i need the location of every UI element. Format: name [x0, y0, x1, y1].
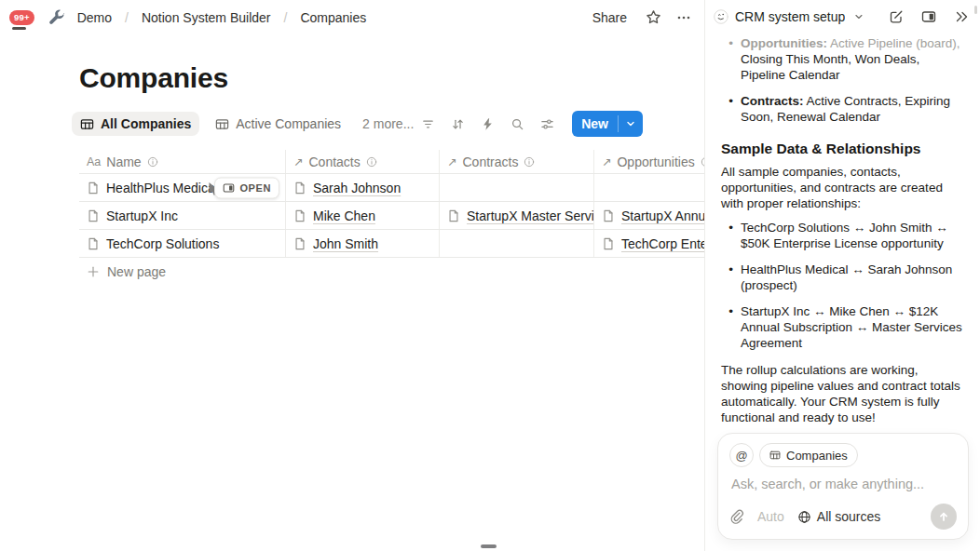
bullet-faded-text: Active Pipeline (board), [827, 36, 960, 50]
cell-opportunities[interactable]: TechCorp Enterp [594, 230, 705, 257]
table-header-row: Aa Name ↗ Contacts ↗ Contracts ↗ Opportu… [79, 150, 705, 174]
page-icon [602, 237, 615, 250]
relation-link[interactable]: TechCorp Enterp [621, 236, 705, 251]
new-button[interactable]: New [572, 111, 643, 137]
tab-active-companies[interactable]: Active Companies [207, 112, 349, 136]
cell-name[interactable]: TechCorp Solutions [79, 230, 286, 257]
relation-property-icon: ↗ [602, 155, 611, 168]
sort-icon[interactable] [451, 117, 465, 131]
view-tabs: All Companies Active Companies 2 more... [72, 112, 419, 136]
auto-mode-button[interactable]: Auto [757, 509, 784, 524]
open-row-button[interactable]: OPEN [214, 177, 279, 198]
new-page-button[interactable]: New page [79, 258, 705, 286]
cell-contacts[interactable]: Sarah Johnson [286, 174, 440, 201]
row-title: HealthPlus Medical [106, 181, 218, 195]
topbar-actions: Share [589, 8, 691, 27]
column-header-contracts[interactable]: ↗ Contracts [440, 150, 594, 173]
relationship-text: StartupX Inc ↔ Mike Chen ↔ $12K Annual S… [741, 303, 965, 351]
companies-table: Aa Name ↗ Contacts ↗ Contracts ↗ Opportu… [79, 150, 705, 286]
favorite-star-icon[interactable] [646, 9, 661, 25]
column-header-name[interactable]: Aa Name [79, 150, 286, 173]
all-sources-label: All sources [817, 509, 880, 524]
main-panel: 99+ Demo / Notion System Builder / Compa… [0, 0, 705, 551]
cell-name[interactable]: HealthPlus Medical OPEN [79, 174, 286, 201]
section-heading: Sample Data & Relationships [721, 141, 965, 156]
list-item: StartupX Inc ↔ Mike Chen ↔ $12K Annual S… [721, 303, 965, 351]
bullet-label: Opportunities: [741, 36, 827, 50]
page-icon [447, 209, 460, 222]
info-icon[interactable] [147, 156, 158, 168]
breadcrumb-item-companies[interactable]: Companies [296, 8, 370, 27]
cell-opportunities[interactable]: StartupX Annual [594, 202, 705, 229]
cell-name[interactable]: StartupX Inc [79, 202, 286, 229]
wrench-icon[interactable] [48, 8, 66, 27]
info-icon[interactable] [524, 156, 535, 168]
relation-property-icon: ↗ [447, 155, 456, 168]
new-button-chevron[interactable] [619, 111, 643, 137]
column-header-contacts[interactable]: ↗ Contacts [286, 150, 440, 173]
send-button[interactable] [931, 504, 957, 530]
side-panel-toggle-icon[interactable] [921, 9, 936, 24]
breadcrumb-item-demo[interactable]: Demo [74, 8, 116, 27]
relation-link[interactable]: StartupX Master Services [467, 208, 594, 223]
row-title: TechCorp Solutions [106, 236, 219, 251]
collapse-double-chevron-icon[interactable] [954, 9, 969, 24]
info-icon[interactable] [701, 156, 705, 168]
page-icon [87, 237, 100, 250]
mention-button[interactable]: @ [729, 443, 754, 467]
chevron-down-icon[interactable] [853, 9, 864, 24]
cell-contacts[interactable]: John Smith [286, 230, 440, 257]
chevron-down-icon [625, 118, 636, 129]
cell-opportunities[interactable] [594, 174, 705, 201]
relation-link[interactable]: Mike Chen [313, 208, 375, 223]
more-views-button[interactable]: 2 more... [357, 112, 419, 136]
tab-all-companies[interactable]: All Companies [72, 112, 199, 136]
scrollbar-thumb[interactable] [974, 6, 977, 14]
cell-contracts[interactable]: StartupX Master Services [440, 202, 594, 229]
closing-paragraph: The rollup calculations are working, sho… [721, 362, 965, 425]
cell-contracts[interactable] [440, 174, 594, 201]
info-icon[interactable] [366, 156, 377, 168]
bottom-drag-handle[interactable] [481, 544, 497, 548]
tab-label: Active Companies [236, 116, 341, 131]
column-label: Opportunities [617, 155, 694, 169]
attachment-paperclip-icon[interactable] [729, 509, 744, 524]
chat-title-dropdown[interactable]: CRM system setup instr... [735, 9, 845, 24]
bullet-marker [721, 303, 741, 351]
view-toolbar: New [421, 111, 643, 137]
page-icon [293, 209, 306, 222]
bullet-marker [721, 220, 741, 251]
filter-icon[interactable] [421, 117, 435, 131]
column-label: Contacts [308, 155, 360, 169]
more-options-icon[interactable] [676, 10, 691, 25]
arrow-up-icon [937, 510, 950, 523]
chat-context-row: @ Companies [729, 443, 957, 467]
column-header-opportunities[interactable]: ↗ Opportunities [594, 150, 705, 173]
relationship-text: TechCorp Solutions ↔ John Smith ↔ $50K E… [741, 220, 965, 251]
search-icon[interactable] [510, 117, 524, 131]
notification-badge[interactable]: 99+ [9, 10, 34, 25]
chat-input[interactable]: Ask, search, or make anything... [729, 476, 957, 495]
new-chat-compose-icon[interactable] [889, 9, 904, 24]
context-chip-label: Companies [786, 449, 848, 463]
relation-link[interactable]: StartupX Annual [621, 208, 705, 223]
context-chip-companies[interactable]: Companies [759, 443, 858, 467]
breadcrumb-item-system-builder[interactable]: Notion System Builder [138, 8, 275, 27]
title-property-icon: Aa [87, 155, 101, 168]
page-icon [87, 181, 100, 195]
open-button-label: OPEN [239, 182, 271, 194]
view-settings-icon[interactable] [540, 117, 554, 131]
relation-link[interactable]: Sarah Johnson [313, 181, 401, 195]
share-button[interactable]: Share [589, 8, 631, 27]
automation-bolt-icon[interactable] [481, 117, 495, 131]
tab-label: All Companies [101, 116, 191, 131]
all-sources-button[interactable]: All sources [797, 509, 880, 524]
page-icon [87, 209, 100, 222]
new-button-label[interactable]: New [572, 111, 618, 137]
intro-paragraph: All sample companies, contacts, opportun… [721, 164, 965, 211]
ai-response-content: Opportunities: Active Pipeline (board), … [706, 34, 980, 425]
relation-link[interactable]: John Smith [313, 236, 378, 251]
plus-icon [87, 265, 100, 278]
cell-contracts[interactable] [440, 230, 594, 257]
cell-contacts[interactable]: Mike Chen [286, 202, 440, 229]
